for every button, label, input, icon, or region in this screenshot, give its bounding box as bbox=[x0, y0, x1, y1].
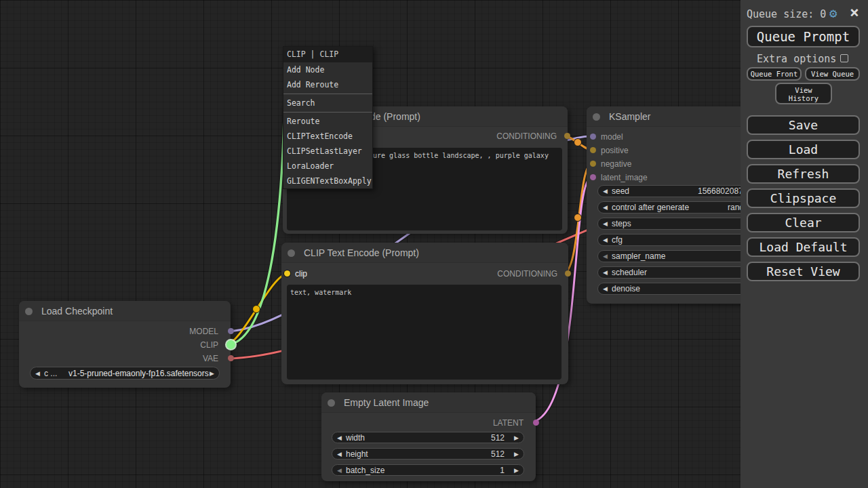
widget-label: batch_size bbox=[346, 466, 384, 475]
input-port-latent-image[interactable] bbox=[590, 174, 596, 180]
menu-item-search[interactable]: Search bbox=[283, 96, 372, 110]
menu-separator bbox=[283, 94, 372, 94]
widget-label: cfg bbox=[612, 235, 623, 245]
close-icon[interactable]: × bbox=[850, 3, 859, 21]
decrement-icon[interactable]: ◀ bbox=[337, 434, 342, 441]
input-label-model: model bbox=[601, 132, 623, 142]
menu-item-add-reroute[interactable]: Add Reroute bbox=[283, 77, 372, 92]
output-label-latent: LATENT bbox=[493, 418, 524, 428]
extra-options-label: Extra options bbox=[757, 53, 836, 65]
input-port-negative[interactable] bbox=[590, 161, 596, 167]
menu-item-loraloader[interactable]: LoraLoader bbox=[283, 159, 372, 174]
view-history-button[interactable]: View History bbox=[775, 83, 832, 104]
wire-drag-clip[interactable] bbox=[225, 49, 285, 345]
clipspace-button[interactable]: Clipspace bbox=[747, 188, 860, 208]
widget-label: width bbox=[346, 433, 365, 443]
output-port-vae[interactable] bbox=[228, 355, 234, 361]
context-menu: CLIP | CLIP Add Node Add Reroute Search … bbox=[283, 46, 373, 189]
queue-prompt-button[interactable]: Queue Prompt bbox=[747, 26, 860, 47]
load-default-button[interactable]: Load Default bbox=[747, 237, 860, 257]
context-menu-header: CLIP | CLIP bbox=[283, 47, 372, 62]
input-port-positive[interactable] bbox=[590, 147, 596, 153]
output-label-model: MODEL bbox=[189, 327, 218, 336]
prompt-text: ture glass bottle landscape, , purple ga… bbox=[369, 152, 549, 159]
node-title-bar[interactable]: Load Checkpoint bbox=[19, 301, 231, 321]
queue-front-button[interactable]: Queue Front bbox=[747, 67, 802, 81]
widget-height[interactable]: ◀ height 512 ▶ bbox=[332, 448, 524, 460]
widget-label: denoise bbox=[612, 284, 640, 293]
widget-label: control after generate bbox=[612, 203, 689, 212]
link-dot-positive[interactable] bbox=[574, 139, 582, 146]
menu-item-gligentextboxapply[interactable]: GLIGENTextBoxApply bbox=[283, 174, 372, 188]
reset-view-button[interactable]: Reset View bbox=[747, 262, 860, 281]
widget-cfg[interactable]: ◀ cfg bbox=[597, 234, 755, 246]
output-label-vae: VAE bbox=[203, 354, 218, 363]
decrement-icon[interactable]: ◀ bbox=[337, 466, 342, 473]
sidebar-panel: Queue size: 0 ⚙ × Queue Prompt Extra opt… bbox=[741, 0, 868, 488]
widget-scheduler[interactable]: ◀ scheduler bbox=[597, 266, 755, 279]
widget-batch-size[interactable]: ◀ batch_size 1 ▶ bbox=[332, 464, 524, 476]
menu-item-reroute[interactable]: Reroute bbox=[283, 114, 372, 129]
node-status-dot bbox=[328, 399, 335, 407]
queue-size-label: Queue size: 0 bbox=[747, 8, 826, 20]
node-title-bar[interactable]: KSampler bbox=[587, 106, 766, 127]
link-dot-clip[interactable] bbox=[253, 306, 260, 313]
load-button[interactable]: Load bbox=[747, 140, 860, 159]
widget-value: 512 bbox=[491, 433, 505, 443]
output-label-conditioning: CONDITIONING bbox=[497, 269, 557, 279]
output-port-latent[interactable] bbox=[533, 420, 539, 426]
extra-options-checkbox[interactable] bbox=[840, 54, 848, 62]
widget-width[interactable]: ◀ width 512 ▶ bbox=[332, 432, 524, 443]
save-button[interactable]: Save bbox=[747, 115, 860, 135]
decrement-icon[interactable]: ◀ bbox=[337, 450, 342, 457]
decrement-icon[interactable]: ◀ bbox=[603, 285, 608, 292]
widget-value: 1566802087 bbox=[698, 186, 743, 196]
increment-icon[interactable]: ▶ bbox=[514, 450, 519, 457]
node-empty-latent-image[interactable]: Empty Latent Image LATENT ◀ width 512 ▶ … bbox=[321, 392, 536, 481]
settings-gear-icon[interactable]: ⚙ bbox=[829, 5, 837, 20]
refresh-button[interactable]: Refresh bbox=[747, 164, 860, 184]
menu-item-clipsetlastlayer[interactable]: CLIPSetLastLayer bbox=[283, 144, 372, 159]
decrement-icon[interactable]: ◀ bbox=[603, 188, 608, 195]
link-dot-negative[interactable] bbox=[574, 214, 582, 222]
view-queue-button[interactable]: View Queue bbox=[805, 67, 860, 81]
prev-icon[interactable]: ◀ bbox=[35, 369, 40, 376]
node-title: Empty Latent Image bbox=[344, 397, 429, 408]
decrement-icon[interactable]: ◀ bbox=[603, 237, 608, 243]
menu-item-cliptextencode[interactable]: CLIPTextEncode bbox=[283, 129, 372, 144]
input-port-model[interactable] bbox=[590, 134, 596, 140]
widget-label: seed bbox=[612, 186, 629, 196]
widget-sampler-name[interactable]: ◀ sampler_name bbox=[597, 250, 755, 262]
node-clip-text-encode-2[interactable]: CLIP Text Encode (Prompt) clip CONDITION… bbox=[281, 243, 568, 384]
increment-icon[interactable]: ▶ bbox=[514, 466, 519, 473]
widget-ckpt-name[interactable]: ◀ c ... v1-5-pruned-emaonly-fp16.safeten… bbox=[30, 367, 220, 380]
output-port-conditioning[interactable] bbox=[564, 133, 570, 139]
output-port-conditioning[interactable] bbox=[565, 270, 571, 277]
input-label-clip: clip bbox=[295, 269, 307, 279]
node-title: CLIP Text Encode (Prompt) bbox=[304, 247, 419, 258]
clear-button[interactable]: Clear bbox=[747, 213, 860, 232]
decrement-icon[interactable]: ◀ bbox=[603, 269, 608, 276]
prompt-text: text, watermark bbox=[290, 289, 351, 296]
node-title-bar[interactable]: Empty Latent Image bbox=[321, 392, 536, 413]
node-ksampler[interactable]: KSampler model positive negative latent_… bbox=[587, 106, 766, 304]
prompt-textarea[interactable]: text, watermark bbox=[287, 285, 561, 380]
node-load-checkpoint[interactable]: Load Checkpoint MODEL CLIP VAE ◀ c ... v… bbox=[19, 301, 231, 388]
node-title-bar[interactable]: CLIP Text Encode (Prompt) bbox=[281, 243, 568, 263]
widget-control-after-generate[interactable]: ◀ control after generate randomize bbox=[597, 201, 755, 214]
node-status-dot bbox=[593, 113, 600, 121]
next-icon[interactable]: ▶ bbox=[210, 369, 214, 376]
widget-value: v1-5-pruned-emaonly-fp16.safetensors bbox=[68, 369, 209, 378]
input-label-positive: positive bbox=[601, 146, 629, 155]
input-port-clip[interactable] bbox=[284, 270, 290, 277]
decrement-icon[interactable]: ◀ bbox=[603, 204, 608, 211]
output-port-model[interactable] bbox=[228, 328, 234, 334]
widget-steps[interactable]: ◀ steps bbox=[597, 218, 755, 230]
increment-icon[interactable]: ▶ bbox=[514, 434, 519, 441]
decrement-icon[interactable]: ◀ bbox=[603, 253, 608, 260]
decrement-icon[interactable]: ◀ bbox=[603, 220, 608, 227]
widget-denoise[interactable]: ◀ denoise bbox=[597, 283, 755, 295]
widget-seed[interactable]: ◀ seed 1566802087 bbox=[597, 185, 755, 197]
menu-item-add-node[interactable]: Add Node bbox=[283, 62, 372, 77]
output-port-clip[interactable] bbox=[226, 340, 235, 349]
